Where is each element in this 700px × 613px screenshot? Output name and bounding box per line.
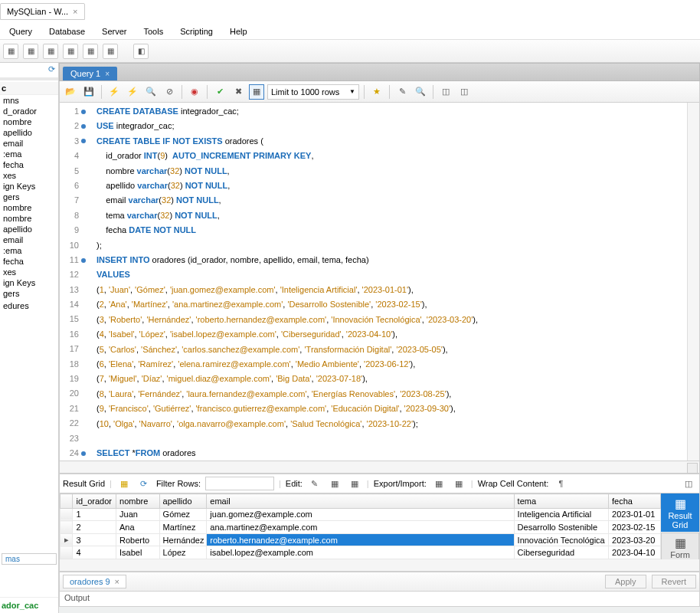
panel-icon[interactable]: ◫ xyxy=(456,84,472,100)
menu-scripting[interactable]: Scripting xyxy=(172,27,221,36)
grid-scrollbar[interactable] xyxy=(59,559,700,572)
grid-cell[interactable]: 4 xyxy=(73,546,116,559)
grid-cell[interactable]: Ciberseguridad xyxy=(514,546,608,559)
grid-cell[interactable]: Gómez xyxy=(159,508,207,521)
column-header[interactable]: nombre xyxy=(116,494,160,509)
commit-icon[interactable]: ✔ xyxy=(212,84,227,100)
code-line[interactable]: VALUES xyxy=(96,267,699,282)
grid-cell[interactable] xyxy=(61,508,73,521)
code-line[interactable]: CREATE DATABASE integrador_cac; xyxy=(96,104,699,119)
close-icon[interactable]: × xyxy=(115,577,119,586)
code-line[interactable]: INSERT INTO oradores (id_orador, nombre,… xyxy=(96,253,699,267)
column-header[interactable]: tema xyxy=(514,494,608,509)
scrollbar-horizontal[interactable] xyxy=(59,461,700,474)
search-icon[interactable]: 🔍 xyxy=(413,84,428,100)
toolbar-icon[interactable]: ▦ xyxy=(83,44,98,59)
schema-tree-item[interactable]: ign Keys xyxy=(0,277,58,288)
grid-cell[interactable]: 2023-04-10 xyxy=(609,546,661,559)
grid-cell[interactable] xyxy=(61,546,73,559)
toggle-icon[interactable]: ◉ xyxy=(187,84,202,100)
stop-icon[interactable]: ⊘ xyxy=(162,84,177,100)
code-line[interactable]: (5, 'Carlos', 'Sánchez', 'carlos.sanchez… xyxy=(96,343,699,357)
column-header[interactable]: apellido xyxy=(159,494,207,509)
grid-cell[interactable]: Martínez xyxy=(159,521,207,534)
toolbar-icon[interactable]: ▦ xyxy=(63,44,78,59)
schema-tree-item[interactable]: :ema xyxy=(0,149,58,159)
toolbar-icon[interactable]: ▦ xyxy=(23,44,38,59)
code-line[interactable]: (1, 'Juan', 'Gómez', 'juan.gomez@example… xyxy=(96,283,699,297)
grid-cell[interactable]: ▸ xyxy=(61,533,73,546)
grid-cell[interactable]: Juan xyxy=(116,508,160,521)
grid-cell[interactable]: 2023-02-15 xyxy=(609,521,661,534)
toolbar-icon[interactable]: ▦ xyxy=(3,44,18,59)
code-line[interactable]: (8, 'Laura', 'Fernández', 'laura.fernand… xyxy=(96,387,699,402)
toolbar-icon[interactable]: ▦ xyxy=(43,44,58,59)
grid-cell[interactable]: ana.martinez@example.com xyxy=(207,521,514,534)
schema-tree-item[interactable]: xes xyxy=(0,170,58,181)
panel-icon[interactable]: ◫ xyxy=(438,84,453,100)
grid-cell[interactable]: López xyxy=(159,546,207,559)
beautify-icon[interactable]: ★ xyxy=(369,84,384,100)
code-line[interactable]: (10, 'Olga', 'Navarro', 'olga.navarro@ex… xyxy=(96,417,699,431)
schema-tree-item[interactable]: xes xyxy=(0,267,58,277)
save-icon[interactable]: 💾 xyxy=(81,84,96,100)
code-line[interactable]: (2, 'Ana', 'Martínez', 'ana.martinez@exa… xyxy=(96,297,699,312)
grid-cell[interactable]: Isabel xyxy=(116,546,160,559)
scrollbar-vertical[interactable] xyxy=(687,103,699,461)
toolbar-icon[interactable]: ▦ xyxy=(103,44,118,59)
code-line[interactable]: (3, 'Roberto', 'Hernández', 'roberto.her… xyxy=(96,313,699,327)
autocommit-icon[interactable]: ▦ xyxy=(249,84,264,100)
schema-tree-item[interactable]: gers xyxy=(0,288,58,299)
import-icon[interactable]: ▦ xyxy=(451,476,466,491)
schema-tree-item[interactable]: d_orador xyxy=(0,106,58,116)
schema-tree-item[interactable]: ign Keys xyxy=(0,181,58,192)
edit-icon[interactable]: ✎ xyxy=(307,476,322,491)
code-line[interactable] xyxy=(96,431,699,446)
grid-cell[interactable]: Inteligencia Artificial xyxy=(514,508,608,521)
apply-button[interactable]: Apply xyxy=(605,575,646,588)
grid-icon[interactable]: ▦ xyxy=(116,476,132,491)
schema-tree-item[interactable]: apellido xyxy=(0,224,58,234)
execute-icon[interactable]: ⚡ xyxy=(106,84,122,100)
window-tab[interactable]: MySQLian - W... × xyxy=(0,3,85,20)
schema-group[interactable]: c xyxy=(0,82,58,95)
menu-help[interactable]: Help xyxy=(222,27,255,36)
refresh-icon[interactable]: ⟳ xyxy=(136,476,152,491)
code-line[interactable]: (6, 'Elena', 'Ramírez', 'elena.ramirez@e… xyxy=(96,357,699,372)
execute-step-icon[interactable]: ⚡ xyxy=(125,84,140,100)
brush-icon[interactable]: ✎ xyxy=(394,84,410,100)
code-line[interactable]: nombre varchar(32) NOT NULL, xyxy=(96,164,699,179)
output-panel-header[interactable]: Output xyxy=(59,592,700,607)
limit-rows-select[interactable]: Limit to 1000 rows ▼ xyxy=(267,84,359,100)
add-row-icon[interactable]: ▦ xyxy=(327,476,342,491)
code-line[interactable]: fecha DATE NOT NULL xyxy=(96,223,699,238)
grid-cell[interactable]: Ana xyxy=(116,521,160,534)
schema-tree-item[interactable]: nombre xyxy=(0,116,58,127)
schema-tree-item[interactable]: nombre xyxy=(0,213,58,224)
code-line[interactable]: email varchar(32) NOT NULL, xyxy=(96,193,699,208)
result-tab[interactable]: oradores 9 × xyxy=(63,575,126,588)
menu-tools[interactable]: Tools xyxy=(136,27,171,36)
grid-cell[interactable]: Hernández xyxy=(159,533,207,546)
schemas-tab[interactable]: mas xyxy=(2,553,57,565)
column-header[interactable]: id_orador xyxy=(73,494,116,509)
code-line[interactable]: (4, 'Isabel', 'López', 'isabel.lopez@exa… xyxy=(96,327,699,342)
schema-tree-item[interactable]: :ema xyxy=(0,245,58,256)
schema-tree-item[interactable]: fecha xyxy=(0,256,58,267)
result-view-button[interactable]: ▦Result Grid xyxy=(661,493,699,532)
schema-tree-item[interactable]: fecha xyxy=(0,159,58,170)
grid-cell[interactable]: juan.gomez@example.com xyxy=(207,508,514,521)
grid-cell[interactable]: Roberto xyxy=(116,533,160,546)
grid-cell[interactable]: 2 xyxy=(73,521,116,534)
toolbar-icon[interactable]: ◧ xyxy=(133,44,149,59)
grid-cell[interactable]: 3 xyxy=(73,533,116,546)
schema-tree-item[interactable]: email xyxy=(0,138,58,149)
refresh-icon[interactable]: ⟳ xyxy=(48,64,55,74)
rollback-icon[interactable]: ✖ xyxy=(231,84,246,100)
schema-tree-item[interactable]: email xyxy=(0,234,58,245)
code-line[interactable]: ); xyxy=(96,238,699,253)
sql-editor[interactable]: 1 2 3 4 5 6 7 8 9 10 11 12 13 14 15 16 1… xyxy=(59,103,700,461)
schema-tree-item[interactable]: gers xyxy=(0,192,58,202)
panel-toggle-icon[interactable]: ◫ xyxy=(681,476,696,491)
code-line[interactable]: tema varchar(32) NOT NULL, xyxy=(96,208,699,223)
